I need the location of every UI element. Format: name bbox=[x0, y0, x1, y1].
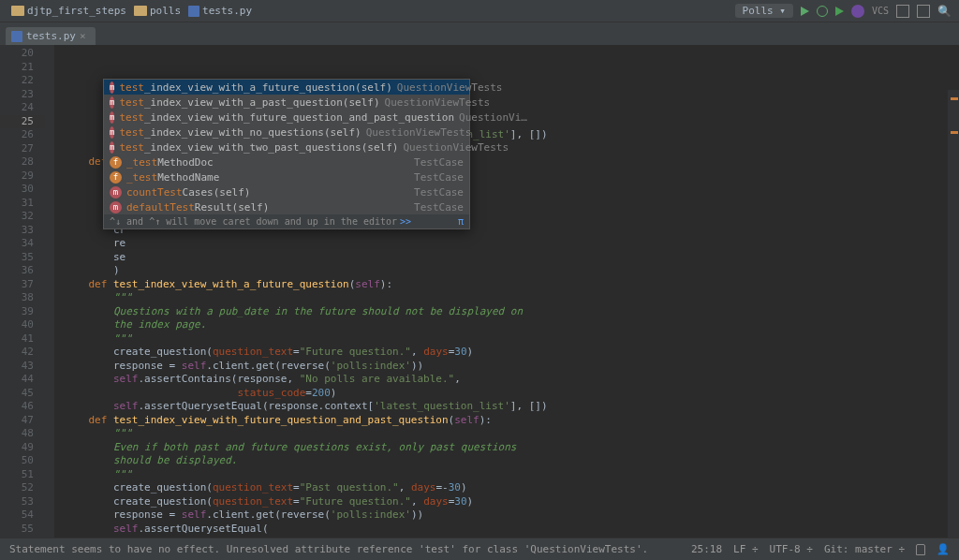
status-bar: Statement seems to have no effect. Unres… bbox=[0, 538, 959, 560]
breadcrumb-root[interactable]: djtp_first_steps bbox=[7, 5, 130, 17]
autocomplete-item[interactable]: mcountTestCases(self)TestCase bbox=[104, 184, 469, 199]
breadcrumb-file[interactable]: tests.py bbox=[184, 5, 256, 17]
autocomplete-item[interactable]: mtest_index_view_with_a_future_question(… bbox=[104, 80, 469, 95]
lock-icon[interactable] bbox=[916, 544, 925, 555]
autocomplete-popup[interactable]: mtest_index_view_with_a_future_question(… bbox=[103, 79, 470, 229]
line-separator[interactable]: LF ÷ bbox=[733, 543, 759, 555]
error-stripe[interactable] bbox=[948, 90, 959, 560]
tab-tests[interactable]: tests.py × bbox=[6, 27, 96, 45]
autocomplete-item[interactable]: mtest_index_view_with_two_past_questions… bbox=[104, 140, 469, 155]
autocomplete-item[interactable]: f_testMethodDocTestCase bbox=[104, 155, 469, 169]
python-file-icon bbox=[11, 31, 22, 42]
autocomplete-item[interactable]: mtest_index_view_with_future_question_an… bbox=[104, 110, 469, 125]
debug-icon[interactable] bbox=[817, 6, 828, 17]
caret-position[interactable]: 25:18 bbox=[691, 543, 722, 555]
redo-icon[interactable] bbox=[917, 5, 930, 18]
line-gutter: 2021222324252627282930313233343536373839… bbox=[0, 45, 45, 538]
search-icon[interactable]: 🔍 bbox=[937, 5, 952, 18]
status-extra-icon[interactable]: 👤 bbox=[937, 543, 950, 555]
autocomplete-item[interactable]: mdefaultTestResult(self)TestCase bbox=[104, 199, 469, 214]
vcs-icon[interactable]: VCS bbox=[872, 6, 889, 16]
run-config-selector[interactable]: Polls ▾ bbox=[735, 4, 793, 18]
autocomplete-item[interactable]: mtest_index_view_with_a_past_question(se… bbox=[104, 95, 469, 110]
tab-label: tests.py bbox=[26, 30, 76, 42]
toolbar: djtp_first_steps polls tests.py Polls ▾ … bbox=[0, 0, 959, 22]
breadcrumb-folder[interactable]: polls bbox=[130, 5, 184, 17]
git-branch[interactable]: Git: master ÷ bbox=[824, 543, 905, 555]
encoding[interactable]: UTF-8 ÷ bbox=[770, 543, 813, 555]
run-icon[interactable] bbox=[801, 7, 809, 16]
run-coverage-icon[interactable] bbox=[835, 7, 844, 16]
folder-icon bbox=[11, 6, 24, 16]
status-message: Statement seems to have no effect. Unres… bbox=[9, 543, 680, 555]
editor-tab-bar: tests.py × bbox=[0, 22, 959, 45]
autocomplete-hint: ^↓ and ^↑ will move caret down and up in… bbox=[104, 214, 469, 228]
close-tab-icon[interactable]: × bbox=[80, 30, 86, 42]
marker-strip bbox=[45, 45, 54, 538]
autocomplete-item[interactable]: mtest_index_view_with_no_questions(self)… bbox=[104, 125, 469, 140]
folder-icon bbox=[134, 6, 147, 16]
ide-icon[interactable] bbox=[851, 5, 864, 18]
python-file-icon bbox=[188, 6, 199, 17]
undo-icon[interactable] bbox=[896, 5, 909, 18]
autocomplete-item[interactable]: f_testMethodNameTestCase bbox=[104, 169, 469, 184]
